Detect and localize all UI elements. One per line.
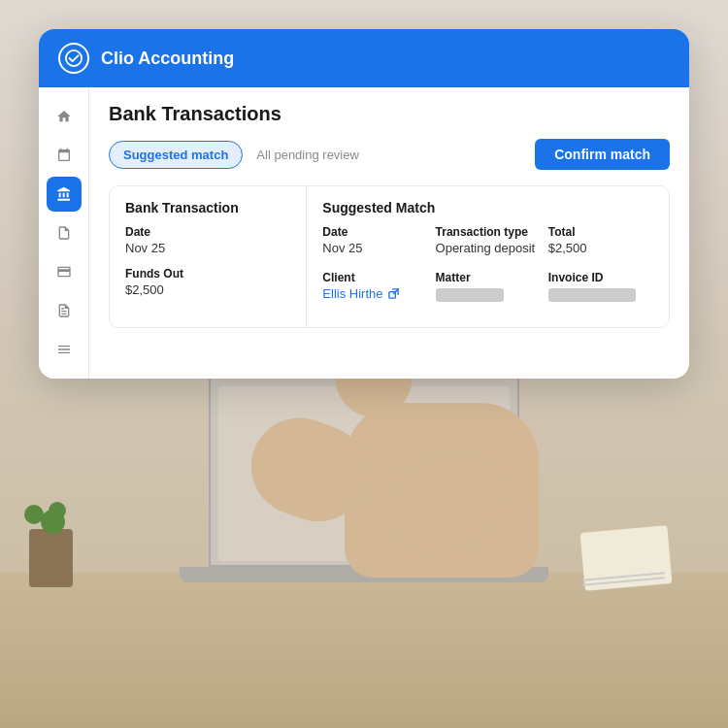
- sidebar: [39, 87, 89, 379]
- app-title: Clio Accounting: [101, 49, 234, 69]
- matter-redacted: [436, 288, 504, 302]
- tab-suggested-match[interactable]: Suggested match: [109, 141, 243, 169]
- match-total-value: $2,500: [548, 241, 653, 255]
- match-invoice-field: Invoice ID: [548, 271, 653, 302]
- match-matter-value: [436, 286, 541, 302]
- match-client-field: Client Ellis Hirthe: [322, 271, 427, 302]
- match-date-label: Date: [322, 225, 427, 239]
- sidebar-item-documents[interactable]: [47, 215, 82, 250]
- match-invoice-value: [548, 286, 653, 302]
- transaction-table: Bank Transaction Date Nov 25 Funds Out $…: [109, 185, 670, 328]
- tab-all-pending[interactable]: All pending review: [243, 142, 373, 168]
- bank-funds-out-value: $2,500: [125, 282, 290, 297]
- match-invoice-label: Invoice ID: [548, 271, 653, 284]
- sidebar-item-bank[interactable]: [47, 177, 82, 212]
- match-matter-field: Matter: [436, 271, 541, 302]
- svg-point-0: [66, 50, 82, 66]
- bank-date-field: Date Nov 25: [125, 225, 290, 255]
- bank-funds-out-field: Funds Out $2,500: [125, 267, 290, 297]
- match-date-value: Nov 25: [322, 241, 427, 255]
- match-matter-label: Matter: [436, 271, 541, 284]
- app-header: Clio Accounting: [39, 29, 689, 87]
- sidebar-item-reports[interactable]: [47, 293, 82, 328]
- app-logo: [58, 43, 89, 74]
- sidebar-item-home[interactable]: [47, 99, 82, 134]
- match-client-label: Client: [322, 271, 427, 284]
- bank-funds-out-label: Funds Out: [125, 267, 290, 281]
- match-client-value[interactable]: Ellis Hirthe: [322, 286, 427, 301]
- page-content: Bank Transactions Suggested match All pe…: [89, 87, 689, 379]
- match-total-label: Total: [548, 225, 653, 239]
- tab-bar: Suggested match All pending review Confi…: [109, 139, 670, 170]
- suggested-match-header: Suggested Match: [322, 200, 653, 215]
- match-type-label: Transaction type: [436, 225, 541, 239]
- match-total-field: Total $2,500: [548, 225, 653, 255]
- sidebar-item-calendar[interactable]: [47, 138, 82, 173]
- page-title: Bank Transactions: [109, 103, 670, 125]
- bank-date-label: Date: [125, 225, 290, 239]
- bank-date-value: Nov 25: [125, 241, 290, 255]
- bank-transaction-col: Bank Transaction Date Nov 25 Funds Out $…: [110, 186, 307, 327]
- suggested-match-col: Suggested Match Date Nov 25 Transaction …: [307, 186, 669, 327]
- match-type-value: Operating deposit: [436, 241, 541, 255]
- match-type-field: Transaction type Operating deposit: [436, 225, 541, 255]
- match-date-field: Date Nov 25: [322, 225, 427, 255]
- confirm-match-button[interactable]: Confirm match: [535, 139, 670, 170]
- invoice-redacted: [548, 288, 636, 302]
- sidebar-item-more[interactable]: [47, 332, 82, 367]
- main-card: Clio Accounting: [39, 29, 689, 379]
- sidebar-item-billing[interactable]: [47, 254, 82, 289]
- bank-transaction-header: Bank Transaction: [125, 200, 290, 215]
